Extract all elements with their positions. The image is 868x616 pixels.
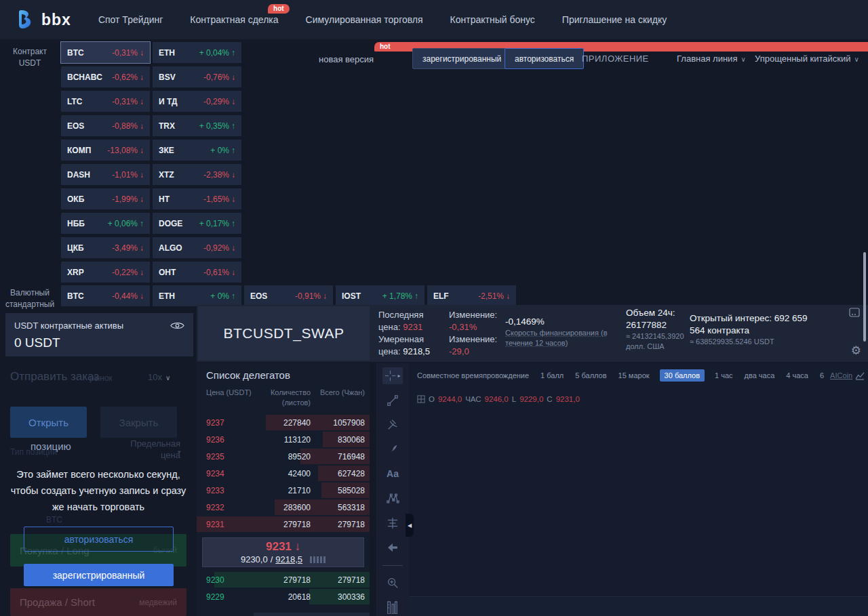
market-pair[interactable]: EOS -0,91% [244,285,333,306]
gear-icon[interactable]: ⚙ [851,344,861,358]
pair-change: -1,99% [112,194,138,204]
timeframe-button[interactable]: Совместное времяпровождение [416,369,530,382]
orderbook-ask-row[interactable]: 9232 283600 563318 [197,499,370,516]
language-select[interactable]: Упрощенный китайский [755,54,859,64]
register-button[interactable]: зарегистрированный [412,48,511,69]
market-pair[interactable]: ETH + 0,04% [153,42,241,63]
timeframe-list: Совместное времяпровождение 1 балл 5 бал… [416,369,825,382]
bbx-logo[interactable]: bbx [15,9,71,30]
pair-symbol: И ТД [159,97,178,106]
orderbook-ask-row[interactable]: 9237 227840 1057908 [197,414,370,431]
eye-icon[interactable] [170,321,184,330]
market-pair[interactable]: HT -1,65% [153,188,241,209]
market-pair[interactable]: ЦКБ -3,49% [61,237,150,258]
trend-arrow-icon [140,121,144,131]
nav-item-label: Приглашение на скидку [562,14,667,25]
nav-item[interactable]: Симулированная торговля [306,14,423,25]
timeframe-button[interactable]: 6 [818,369,825,382]
pair-symbol: DOGE [159,219,182,228]
market-pair[interactable]: DASH -1,01% [61,164,150,185]
login-button[interactable]: авторизоваться [505,48,584,69]
pair-symbol: EOS [67,121,84,131]
app-link[interactable]: ПРИЛОЖЕНИЕ [582,54,649,64]
timeframe-button[interactable]: 1 балл [539,369,565,382]
trend-arrow-icon [414,291,418,301]
nav-item[interactable]: Контрактная сделка hot [190,14,278,25]
legend-toggle-icon[interactable] [417,395,425,403]
orderbook-bid-row[interactable]: 9229 20618 300336 [197,588,370,605]
market-pair[interactable]: BSV -0,76% [153,66,241,87]
ask-rows: 9237 227840 1057908 9236 113120 830068 9… [197,414,370,533]
brush-tool[interactable] [382,441,403,458]
orderbook-ask-row[interactable]: 9235 89520 716948 [197,448,370,465]
measure-tool[interactable] [382,599,403,616]
xabcd-pattern-tool[interactable] [382,490,403,507]
collapse-toolbar-handle[interactable]: ◀ [406,514,414,537]
nav-item[interactable]: Контрактный бонус [450,14,535,25]
crosshair-tool[interactable]: ▸ [382,367,403,384]
text-tool[interactable]: Aa [382,466,403,482]
orderbook-bid-row[interactable]: 9230 279718 279718 [197,571,370,588]
close-position-tab[interactable]: Закрыть [100,407,177,438]
timeframe-button[interactable]: 1 час [713,369,734,382]
market-pair[interactable]: ОНТ -0,61% [153,262,241,283]
pair-change: -0,22% [112,268,138,277]
last-price-box[interactable]: 9231 ↓ 9230,0/9218,5 [202,537,364,567]
timeframe-button[interactable]: 30 баллов [660,369,705,382]
pair-symbol: IOST [342,291,361,301]
trend-line-tool[interactable] [382,392,403,409]
pair-symbol: DASH [67,170,90,180]
zoom-in-tool[interactable] [382,575,403,592]
market-pair[interactable]: EOS -0,88% [61,115,150,136]
market-pair[interactable]: XTZ -2,38% [153,164,241,185]
timeframe-button[interactable]: два часа [743,369,776,382]
timeframe-button[interactable]: 4 часа [785,369,810,382]
orderbook-ask-row[interactable]: 9231 279718 279718 [197,516,370,533]
open-position-tab[interactable]: Открыть [10,407,87,438]
market-pair[interactable]: LTC -0,31% [61,91,150,112]
market-pair[interactable]: ALGO -0,92% [153,237,241,258]
market-pair[interactable]: ETH + 0% [153,285,241,306]
market-pair[interactable]: BTC -0,31% [61,42,150,63]
new-version-label[interactable]: новая версия [319,54,374,64]
line-select[interactable]: Главная линия [677,54,746,64]
market-pair[interactable]: TRX + 0,35% [153,115,241,136]
undo-arrow-icon[interactable] [382,539,403,556]
market-pair[interactable]: ELF -2,51% [427,285,516,306]
nav-item[interactable]: Спот Трейдинг [98,14,163,25]
pair-change: + 0,04% [199,48,229,58]
stats-icon[interactable] [855,371,865,380]
layout-icon[interactable] [849,308,860,317]
market-pair[interactable]: И ТД -0,29% [153,91,241,112]
orderbook-ask-row[interactable]: 9234 42400 627428 [197,465,370,482]
login-outline-button[interactable]: авторизоваться [24,527,174,552]
market-pair[interactable]: DOGE + 0,17% [153,213,241,234]
market-pair[interactable]: IOST + 1,78% [336,285,425,306]
trend-arrow-icon [231,268,235,277]
usdt-contract-label: КонтрактUSDT [0,46,60,69]
pitchfork-tool[interactable] [382,416,403,433]
register-solid-button[interactable]: зарегистрированный [24,564,174,586]
market-pair[interactable]: ОКБ -1,99% [61,188,150,209]
pair-change: -0,61% [203,268,229,277]
pane-divider[interactable] [409,596,868,597]
position-tool[interactable] [382,514,403,531]
trend-arrow-icon [231,243,235,253]
timeframe-button[interactable]: 5 баллов [574,369,608,382]
market-pair[interactable]: КОМП -13,08% [61,140,150,161]
orderbook-ask-row[interactable]: 9236 113120 830068 [197,431,370,448]
nav-item[interactable]: Приглашение на скидку [562,14,667,25]
page-scrollbar[interactable] [863,252,866,342]
market-pair[interactable]: XRP -0,22% [61,262,150,283]
market-pair[interactable]: ЗКЕ + 0% [153,140,241,161]
market-pair[interactable]: BTC -0,44% [61,285,150,306]
pair-change: -2,38% [203,170,229,180]
market-pair[interactable]: BCHABC -0,62% [61,66,150,87]
bid-rows: 9230 279718 279718 9229 20618 300336 [197,571,370,605]
orderbook-ask-row[interactable]: 9233 21710 585028 [197,482,370,499]
timeframe-button[interactable]: 15 марок [617,369,651,382]
leverage-select[interactable]: 10x [148,372,170,382]
market-pair[interactable]: НББ + 0,06% [61,213,150,234]
limit-price-select[interactable]: Предельная цена [121,438,180,461]
sell-short-button[interactable]: Продажа / Short медвежий [10,588,186,616]
